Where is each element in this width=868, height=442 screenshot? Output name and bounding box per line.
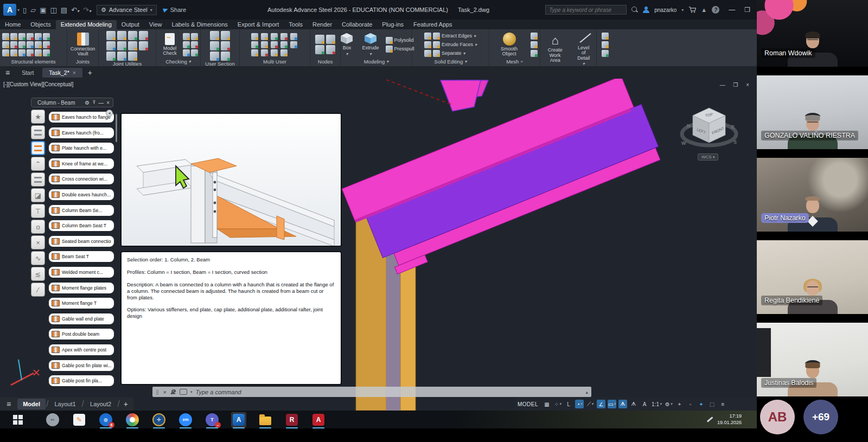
joint-utility-icon[interactable]: [117, 52, 126, 61]
structural-tool-icon[interactable]: [35, 33, 42, 40]
user-dropdown-icon[interactable]: ▾: [681, 8, 684, 12]
isolate-objects-icon[interactable]: ▫: [686, 400, 694, 408]
union-icon[interactable]: [424, 33, 431, 40]
subtract-icon[interactable]: [433, 33, 440, 40]
palette-settings-icon[interactable]: ⚙: [85, 100, 90, 106]
command-input[interactable]: Type a command: [196, 389, 583, 395]
annotation-visibility-icon[interactable]: ᗑ: [618, 400, 627, 408]
user-section-icon[interactable]: [221, 31, 230, 40]
palette-tab-bracing[interactable]: ×: [31, 235, 45, 249]
extrude-faces-button[interactable]: Extrude Faces: [442, 42, 473, 47]
command-recent-icon[interactable]: [180, 389, 187, 395]
checking-tool-icon[interactable]: [191, 49, 198, 56]
multi-user-icon[interactable]: [290, 41, 297, 48]
save-icon[interactable]: ▣: [40, 6, 46, 14]
joint-type-item[interactable]: Beam Seat T: [48, 251, 114, 262]
user-account-icon[interactable]: [643, 7, 649, 13]
redo-icon[interactable]: ↷▾: [83, 6, 91, 14]
checking-tool-icon[interactable]: [191, 41, 198, 48]
palette-collapse-icon[interactable]: ◂: [106, 110, 113, 117]
beam-end-plate[interactable]: [441, 80, 481, 111]
presspull-button[interactable]: Presspull: [386, 46, 414, 53]
share-button[interactable]: Share: [163, 7, 186, 13]
mesh-tool-icon[interactable]: [531, 33, 538, 40]
crosshair-icon[interactable]: +: [675, 400, 684, 408]
ribbon-tab[interactable]: Extended Modeling: [56, 20, 117, 29]
command-tools-icon[interactable]: [170, 389, 176, 395]
command-grip-icon[interactable]: ⣿: [156, 389, 160, 395]
structural-tool-icon[interactable]: [2, 41, 9, 48]
multi-user-icon[interactable]: [261, 41, 268, 48]
joint-type-item[interactable]: Welded moment c...: [48, 266, 114, 278]
user-section-icon[interactable]: [221, 52, 230, 61]
ribbon-tab[interactable]: Home: [0, 20, 25, 29]
joint-type-item[interactable]: Column Beam Se...: [48, 204, 114, 216]
taskbar-app-compass[interactable]: ✛: [152, 413, 166, 427]
interfere-icon[interactable]: [424, 50, 431, 57]
layout-menu-icon[interactable]: ≡: [7, 400, 11, 408]
joint-type-item[interactable]: Gable wall end plate: [48, 313, 114, 325]
slice-icon[interactable]: [433, 41, 440, 48]
create-work-area-button[interactable]: ⌂ Create Work Area: [542, 34, 567, 63]
panel-label[interactable]: Mesh»: [489, 58, 540, 66]
structural-tool-icon[interactable]: [35, 41, 42, 48]
palette-tab-platebeam[interactable]: [31, 125, 45, 139]
save-as-icon[interactable]: ◫: [50, 6, 56, 14]
command-dropdown-icon[interactable]: ▾: [190, 390, 193, 394]
structural-tool-icon[interactable]: [10, 41, 17, 48]
extract-edges-button[interactable]: Extract Edges: [442, 33, 472, 39]
ribbon-tab[interactable]: Labels & Dimensions: [167, 20, 233, 29]
mesh-tool-icon[interactable]: [531, 41, 538, 48]
command-scroll-up-icon[interactable]: ▴: [585, 389, 588, 395]
model-space-indicator[interactable]: MODEL: [518, 401, 538, 407]
connection-vault-button[interactable]: Connection Vault: [68, 32, 98, 57]
tab-layout1[interactable]: Layout1: [49, 399, 81, 409]
multi-user-icon[interactable]: [271, 49, 278, 56]
object-snap-icon[interactable]: ▭▾: [608, 400, 616, 408]
multi-user-icon[interactable]: [251, 41, 258, 48]
osnap-tracking-icon[interactable]: ∠: [597, 400, 605, 408]
participant-avatar[interactable]: AB: [760, 400, 795, 434]
new-drawing-tab-button[interactable]: +: [88, 68, 92, 77]
user-section-icon[interactable]: [210, 41, 219, 50]
taskbar-app-teams[interactable]: T–: [205, 413, 219, 427]
ribbon-tab[interactable]: Output: [117, 20, 144, 29]
minimize-window-button[interactable]: —: [729, 6, 735, 14]
joint-utility-icon[interactable]: [106, 31, 116, 40]
multi-user-icon[interactable]: [290, 33, 297, 40]
extrude-button[interactable]: Extrude▾: [360, 32, 381, 57]
palette-tab-pin[interactable]: o: [31, 220, 45, 234]
tab-model[interactable]: Model: [17, 399, 46, 409]
start-button[interactable]: [13, 415, 23, 425]
ribbon-tab[interactable]: Render: [308, 20, 337, 29]
ribbon-tab[interactable]: Tools: [284, 20, 308, 29]
node-tool-icon[interactable]: [326, 35, 335, 44]
joint-type-item[interactable]: Post double beam: [48, 328, 114, 340]
structural-tool-icon[interactable]: [43, 33, 50, 40]
joint-utility-icon[interactable]: [139, 31, 148, 40]
structural-tool-icon[interactable]: [10, 33, 17, 40]
user-section-icon[interactable]: [210, 31, 219, 40]
joint-utility-icon[interactable]: [106, 52, 116, 61]
palette-tab-curved[interactable]: ∿: [31, 251, 45, 265]
snap-mode-icon[interactable]: ⁘▾: [553, 400, 562, 408]
joint-type-item[interactable]: Seated beam connection: [48, 235, 114, 247]
multi-user-icon[interactable]: [261, 33, 268, 40]
panel-label[interactable]: Solid Editing▾: [412, 58, 489, 66]
palette-pin-icon[interactable]: ⍒: [92, 99, 95, 106]
structural-tool-icon[interactable]: [35, 49, 42, 56]
clipboard-icon[interactable]: [602, 41, 609, 48]
multi-user-icon[interactable]: [251, 33, 258, 40]
viewcube[interactable]: N E S W TOP LEFT FRONT: [673, 100, 749, 152]
ribbon-tab[interactable]: Collaborate: [337, 20, 377, 29]
taskbar-clock[interactable]: 17:19 19.01.2026: [717, 413, 742, 426]
node-tool-icon[interactable]: [315, 35, 324, 44]
joint-utility-icon[interactable]: [117, 31, 126, 40]
taskbar-app-explorer[interactable]: [258, 413, 272, 427]
joint-type-item[interactable]: Cross connection wi...: [48, 173, 114, 185]
multi-user-icon[interactable]: [271, 33, 278, 40]
joint-type-item[interactable]: Moment flange T: [48, 297, 114, 309]
panel-label[interactable]: Modeling▾: [341, 58, 412, 66]
tab-layout2[interactable]: Layout2: [85, 399, 117, 409]
command-line[interactable]: ⣿ × ▾ Type a command ▴: [152, 387, 591, 397]
